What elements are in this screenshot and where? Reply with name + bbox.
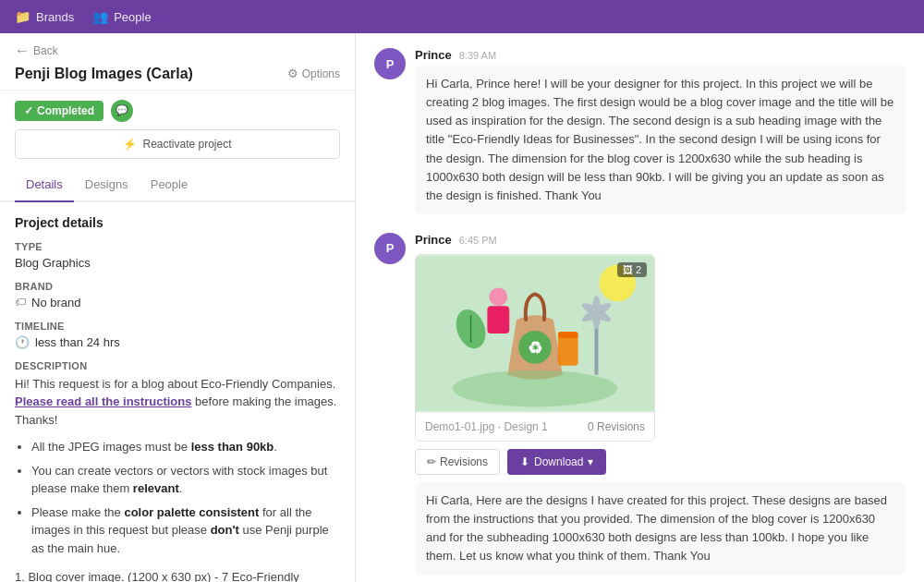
status-row: ✓ Completed 💬 [0,91,355,129]
tab-details[interactable]: Details [15,168,74,202]
download-chevron-icon: ▾ [588,455,593,468]
design-image-wrapper: ♻ 🖼 2 [416,255,654,412]
reactivate-label: Reactivate project [142,138,231,151]
brand-label: Brand [15,281,340,292]
gear-icon: ⚙ [287,67,298,80]
revisions-btn-label: Revisions [440,455,488,468]
tab-people[interactable]: People [140,168,199,202]
msg-time-1: 8:39 AM [459,50,496,61]
design-card: ♻ 🖼 2 [415,254,655,442]
msg-content-2: Prince 6:45 PM [415,233,906,576]
project-title-row: Penji Blog Images (Carla) ⚙ Options [15,65,340,84]
svg-text:♻: ♻ [528,339,542,358]
svg-rect-7 [487,306,509,333]
list-item: Please make the color palette consistent… [31,503,340,558]
timeline-value: less than 24 hrs [35,335,120,349]
svg-rect-13 [558,332,578,338]
msg-sender-1: Prince [415,48,452,62]
nav-people-label: People [114,10,151,24]
msg-sender-2: Prince [415,233,452,247]
status-label: Completed [37,104,94,117]
tabs: Details Designs People [0,168,355,202]
check-icon: ✓ [24,104,33,117]
folder-icon: 📁 [15,9,30,24]
project-title: Penji Blog Images (Carla) [15,65,193,84]
project-details: Project details Type Blog Graphics Brand… [0,202,355,582]
reactivate-button[interactable]: ⚡ Reactivate project [15,129,340,159]
design-tag: · Design 1 [498,420,548,433]
bullet-list: All the JPEG images must be less than 90… [15,438,340,557]
message-2: P Prince 6:45 PM [374,233,906,576]
back-button[interactable]: ← Back [15,42,340,59]
design-actions: ✏ Revisions ⬇ Download ▾ [415,449,906,475]
nav-brands-label: Brands [36,10,74,24]
revisions-count: 0 Revisions [588,420,645,433]
status-badge[interactable]: ✓ Completed [15,101,103,121]
back-label: Back [33,44,58,57]
list-item: You can create vectors or vectors with s… [31,462,340,498]
sidebar-header: ← Back Penji Blog Images (Carla) ⚙ Optio… [0,33,355,91]
download-button[interactable]: ⬇ Download ▾ [507,449,606,475]
msg-content-1: Prince 8:39 AM Hi Carla, Prince here! I … [415,48,906,214]
bolt-icon: ⚡ [123,138,137,151]
description-label: Description [15,360,340,371]
sidebar: ← Back Penji Blog Images (Carla) ⚙ Optio… [0,33,356,582]
avatar-prince-2: P [374,233,406,264]
type-label: Type [15,241,340,252]
clock-icon: 🕐 [15,335,30,349]
design-card-footer: Demo1-01.jpg · Design 1 0 Revisions [416,412,654,441]
type-value: Blog Graphics [15,256,340,270]
list-item: All the JPEG images must be less than 90… [31,438,340,456]
timeline-row: 🕐 less than 24 hrs [15,335,340,349]
design-name: Demo1-01.jpg · Design 1 [425,420,548,433]
msg-header-2: Prince 6:45 PM [415,233,906,247]
msg-header-1: Prince 8:39 AM [415,48,906,62]
badge-count: 2 [636,264,641,275]
tab-designs[interactable]: Designs [74,168,140,202]
instructions-link[interactable]: Please read all the instructions [15,394,191,408]
description-text: Hi! This request is for a blog about Eco… [15,375,340,430]
svg-rect-12 [558,333,578,366]
people-icon: 👥 [92,9,108,24]
msg-body-2: Hi Carla, Here are the designs I have cr… [415,482,906,576]
image-count-badge: 🖼 2 [617,262,647,277]
svg-point-6 [489,287,507,306]
svg-point-14 [453,370,618,407]
brand-icon: 🏷 [15,296,26,309]
pencil-icon: ✏ [427,455,436,468]
msg-body-1: Hi Carla, Prince here! I will be your de… [415,66,906,214]
timeline-label: Timeline [15,321,340,332]
brand-row: 🏷 No brand [15,296,340,309]
download-btn-label: Download [534,455,583,468]
section-title: Project details [15,215,340,230]
revisions-button[interactable]: ✏ Revisions [415,449,500,475]
design-illustration: ♻ [416,255,654,412]
main-layout: ← Back Penji Blog Images (Carla) ⚙ Optio… [0,33,924,582]
options-label: Options [302,67,340,80]
msg-time-2: 6:45 PM [459,235,497,246]
download-icon: ⬇ [520,455,529,468]
top-nav: 📁 Brands 👥 People [0,0,924,33]
nav-people[interactable]: 👥 People [92,9,151,24]
chat-area: P Prince 8:39 AM Hi Carla, Prince here! … [356,33,924,582]
chat-bubble-icon: 💬 [116,104,128,116]
blog-note: 1. Blog cover image. (1200 x 630 px) - 7… [15,568,340,582]
chat-status-icon[interactable]: 💬 [111,100,133,122]
back-arrow-icon: ← [15,42,30,59]
nav-brands[interactable]: 📁 Brands [15,9,74,24]
image-icon: 🖼 [623,264,633,275]
message-1: P Prince 8:39 AM Hi Carla, Prince here! … [374,48,906,214]
options-button[interactable]: ⚙ Options [287,67,340,80]
reactivate-row: ⚡ Reactivate project [0,129,355,168]
avatar-prince-1: P [374,48,406,79]
brand-value: No brand [31,296,80,309]
